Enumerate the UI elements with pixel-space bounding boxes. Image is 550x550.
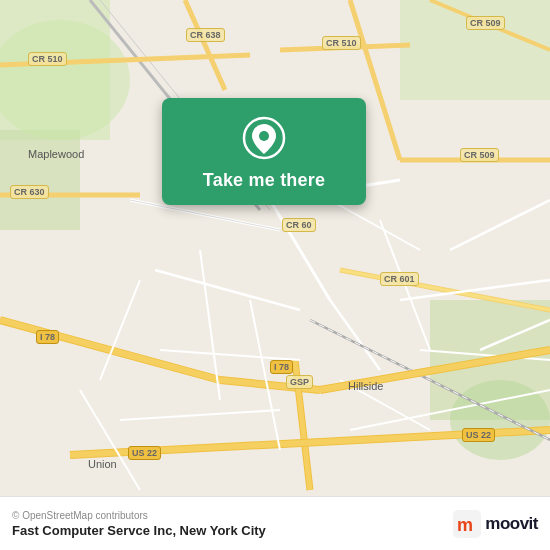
i78-left-label: I 78 xyxy=(36,330,59,344)
i78-right-label: I 78 xyxy=(270,360,293,374)
moovit-text-label: moovit xyxy=(485,514,538,534)
cr509-mid-label: CR 509 xyxy=(460,148,499,162)
svg-rect-2 xyxy=(0,130,80,230)
bottom-info: © OpenStreetMap contributors Fast Comput… xyxy=(12,510,266,538)
cr510-ne-label: CR 510 xyxy=(322,36,361,50)
gsp-label: GSP xyxy=(286,375,313,389)
union-label: Union xyxy=(88,458,117,470)
cr638-label: CR 638 xyxy=(186,28,225,42)
svg-point-51 xyxy=(259,131,269,141)
cr510-nw-label: CR 510 xyxy=(28,52,67,66)
cr601-label: CR 601 xyxy=(380,272,419,286)
take-me-there-button[interactable]: Take me there xyxy=(203,170,325,191)
location-pin xyxy=(242,116,286,160)
osm-credit: © OpenStreetMap contributors xyxy=(12,510,266,521)
bottom-bar: © OpenStreetMap contributors Fast Comput… xyxy=(0,496,550,550)
hillside-label: Hillside xyxy=(348,380,383,392)
cr630-label: CR 630 xyxy=(10,185,49,199)
place-name: Fast Computer Servce Inc, New York City xyxy=(12,523,266,538)
map-container: CR 510 CR 638 CR 510 CR 509 CR 509 CR 63… xyxy=(0,0,550,550)
svg-rect-6 xyxy=(400,0,550,100)
us22-left-label: US 22 xyxy=(128,446,161,460)
maplewood-label: Maplewood xyxy=(28,148,84,160)
us22-right-label: US 22 xyxy=(462,428,495,442)
cr60x-label: CR 60 xyxy=(282,218,316,232)
location-card: Take me there xyxy=(162,98,366,205)
map-svg xyxy=(0,0,550,550)
svg-text:m: m xyxy=(457,515,473,535)
cr509-tr-label: CR 509 xyxy=(466,16,505,30)
moovit-logo: m moovit xyxy=(453,510,538,538)
moovit-icon: m xyxy=(453,510,481,538)
